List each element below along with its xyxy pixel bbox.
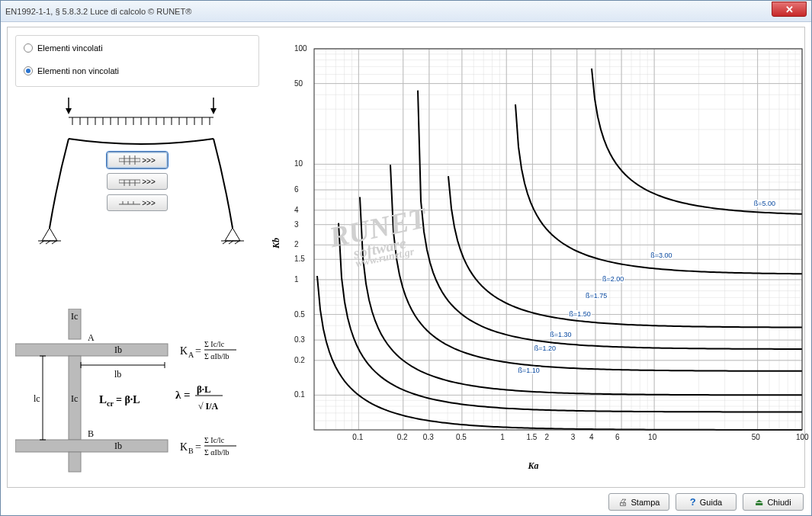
svg-rect-47 xyxy=(15,344,168,356)
model-button-arrows: >>> xyxy=(142,156,156,165)
svg-text:Σ αIb/lb: Σ αIb/lb xyxy=(204,448,229,457)
y-tick: 0.1 xyxy=(294,390,305,399)
label-lb: lb xyxy=(114,369,121,380)
model-button-2[interactable]: >>> xyxy=(107,173,168,190)
svg-marker-24 xyxy=(42,228,57,241)
window-title: EN1992-1-1, § 5.8.3.2 Luce di calcolo © … xyxy=(5,7,191,16)
y-tick: 10 xyxy=(294,159,303,168)
svg-rect-49 xyxy=(15,440,168,452)
y-tick: 0.2 xyxy=(294,356,305,364)
curve-label: ß=2.00 xyxy=(602,275,624,283)
label-Ic: Ic xyxy=(71,311,78,322)
svg-line-28 xyxy=(52,241,56,244)
beam-icon xyxy=(119,198,140,207)
x-tick: 0.5 xyxy=(456,433,467,441)
radio-constrained[interactable]: Elementi vincolati xyxy=(24,43,251,53)
svg-line-26 xyxy=(40,241,44,244)
svg-text:cr: cr xyxy=(107,399,114,408)
x-tick: 0.1 xyxy=(352,433,363,441)
model-button-1[interactable]: >>> xyxy=(107,152,168,168)
radio-label-unconstrained: Elementi non vincolati xyxy=(37,66,119,75)
svg-text:= β·L: = β·L xyxy=(116,394,140,405)
close-button[interactable]: Chiudi xyxy=(743,493,804,511)
svg-marker-1 xyxy=(66,108,72,114)
y-tick: 50 xyxy=(294,79,303,88)
svg-text:λ =: λ = xyxy=(175,389,191,401)
x-tick: 0.2 xyxy=(397,433,408,441)
print-button[interactable]: Stampa xyxy=(608,493,669,511)
bottom-button-bar: Stampa Guida Chiudi xyxy=(608,493,804,511)
curve-label: ß=5.00 xyxy=(753,200,776,207)
svg-text:β·L: β·L xyxy=(197,383,211,395)
beam-icon xyxy=(119,155,140,165)
x-tick: 50 xyxy=(752,433,760,441)
svg-text:=: = xyxy=(195,441,201,453)
y-tick: 3 xyxy=(294,220,299,229)
svg-text:Σ Ic/lc: Σ Ic/lc xyxy=(204,436,225,444)
y-tick: 0.5 xyxy=(294,310,305,319)
svg-marker-29 xyxy=(225,228,240,241)
svg-text:A: A xyxy=(188,351,194,359)
x-tick: 1 xyxy=(500,433,505,441)
help-button[interactable]: Guida xyxy=(676,493,737,511)
chart-area: RUNET software www.runet.gr Kb 0.10.20.3… xyxy=(270,35,797,479)
y-tick: 4 xyxy=(294,206,299,214)
x-tick: 3 xyxy=(571,433,576,441)
y-axis-label: Kb xyxy=(271,238,282,248)
radio-icon xyxy=(24,66,33,75)
formula-sketch: Ic A Ib lb lc Ic B Ib K A = Σ Ic/lc Σ αI… xyxy=(15,309,259,479)
window-close-button[interactable]: ✕ xyxy=(772,2,807,17)
x-tick: 0.3 xyxy=(423,433,434,441)
y-tick: 6 xyxy=(294,185,299,194)
content-pane: Elementi vincolati Elementi non vincolat… xyxy=(7,27,805,488)
y-tick: 1.5 xyxy=(294,255,305,263)
y-tick: 2 xyxy=(294,240,299,248)
structure-diagram: >>> >>> >>> xyxy=(15,95,259,479)
svg-line-33 xyxy=(235,241,239,244)
model-button-3[interactable]: >>> xyxy=(107,194,168,211)
x-tick: 100 xyxy=(796,433,809,441)
svg-text:Σ Ic/lc: Σ Ic/lc xyxy=(204,340,225,348)
radio-icon xyxy=(24,43,33,53)
svg-marker-3 xyxy=(210,108,217,114)
label-A: A xyxy=(88,332,95,343)
svg-text:Σ αIb/lb: Σ αIb/lb xyxy=(204,352,229,361)
curve-label: ß=3.00 xyxy=(650,252,672,259)
nomogram-chart xyxy=(291,35,810,462)
svg-line-31 xyxy=(223,241,227,244)
x-tick: 4 xyxy=(589,433,594,441)
curve-label: ß=1.30 xyxy=(549,331,572,338)
printer-icon xyxy=(618,497,627,508)
exit-icon xyxy=(755,497,763,508)
svg-text:√ I/A: √ I/A xyxy=(198,401,219,412)
svg-line-32 xyxy=(229,241,233,244)
formula-KB: K xyxy=(180,441,188,453)
close-label: Chiudi xyxy=(767,498,791,507)
svg-rect-50 xyxy=(69,452,81,472)
model-button-arrows: >>> xyxy=(142,178,156,186)
element-type-group: Elementi vincolati Elementi non vincolat… xyxy=(15,35,259,87)
y-tick: 1 xyxy=(294,275,299,284)
label-Ib2: Ib xyxy=(114,441,122,451)
svg-text:B: B xyxy=(188,447,194,455)
curve-label: ß=1.10 xyxy=(518,367,541,374)
model-button-arrows: >>> xyxy=(142,199,156,207)
curve-label: ß=1.50 xyxy=(569,310,592,318)
left-column: Elementi vincolati Elementi non vincolat… xyxy=(15,35,259,479)
help-label: Guida xyxy=(700,498,722,507)
label-Ib: Ib xyxy=(114,345,122,355)
label-Ic2: Ic xyxy=(71,393,78,404)
x-tick: 6 xyxy=(615,433,620,441)
curve-label: ß=1.75 xyxy=(585,292,608,300)
help-icon xyxy=(690,496,696,508)
label-lc: lc xyxy=(34,393,40,404)
radio-unconstrained[interactable]: Elementi non vincolati xyxy=(24,66,251,75)
radio-label-constrained: Elementi vincolati xyxy=(37,43,103,53)
y-tick: 0.3 xyxy=(294,335,305,344)
y-tick: 100 xyxy=(294,44,307,53)
app-window: EN1992-1-1, § 5.8.3.2 Luce di calcolo © … xyxy=(0,0,812,516)
curve-label: ß=1.20 xyxy=(534,345,557,352)
titlebar: EN1992-1-1, § 5.8.3.2 Luce di calcolo © … xyxy=(1,1,811,22)
x-tick: 2 xyxy=(545,433,550,441)
x-tick: 10 xyxy=(648,433,656,441)
